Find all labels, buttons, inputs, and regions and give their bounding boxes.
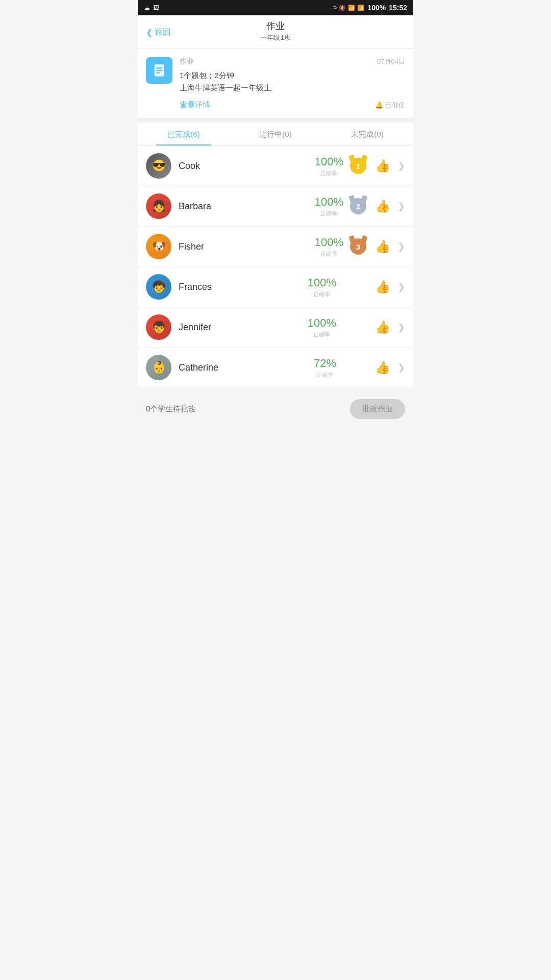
student-name: Fisher bbox=[179, 241, 315, 252]
student-name: Jennifer bbox=[179, 322, 308, 333]
assignment-label: 作业 bbox=[180, 57, 194, 66]
student-list: 😎 Cook 100% 正确率 1 👍 ❯ 👧 Barbara 100% 正确率… bbox=[138, 146, 413, 388]
table-row[interactable]: 🧒 Frances 100% 正确率 👍 ❯ bbox=[138, 267, 413, 307]
mute-icon: 🔇 bbox=[339, 5, 346, 11]
page-subtitle: 一年级1班 bbox=[146, 33, 405, 42]
bell-icon: 🔔 bbox=[375, 101, 383, 109]
score-value: 100% bbox=[315, 236, 343, 249]
remind-button[interactable]: 🔔 已催促 bbox=[375, 101, 405, 110]
time-label: 15:52 bbox=[389, 4, 407, 12]
score-label: 正确率 bbox=[308, 331, 336, 338]
like-button[interactable]: 👍 bbox=[375, 239, 390, 254]
chevron-left-icon: ❮ bbox=[146, 27, 153, 37]
back-label: 返回 bbox=[155, 27, 171, 37]
chevron-right-icon: ❯ bbox=[397, 201, 405, 212]
avatar: 😎 bbox=[146, 153, 171, 179]
chevron-right-icon: ❯ bbox=[397, 241, 405, 252]
chevron-right-icon: ❯ bbox=[397, 160, 405, 172]
assignment-footer: 查看详情 🔔 已催促 bbox=[180, 100, 405, 110]
table-row[interactable]: 😎 Cook 100% 正确率 1 👍 ❯ bbox=[138, 146, 413, 186]
student-name: Barbara bbox=[179, 201, 315, 212]
score-value: 100% bbox=[308, 276, 336, 289]
page-title: 作业 bbox=[146, 20, 405, 32]
student-name: Cook bbox=[179, 161, 315, 172]
signal-icon: 📶 bbox=[357, 5, 364, 11]
signal-icons: ⊃ 🔇 📶 📶 bbox=[332, 5, 364, 11]
image-icon: 🖼 bbox=[153, 4, 159, 11]
tab-bar: 已完成(6) 进行中(0) 未完成(0) bbox=[138, 122, 413, 146]
tab-completed[interactable]: 已完成(6) bbox=[138, 122, 230, 145]
view-detail-button[interactable]: 查看详情 bbox=[180, 100, 210, 110]
bluetooth-icon: ⊃ bbox=[332, 5, 337, 11]
assignment-date: 07月04日 bbox=[377, 57, 405, 66]
score-label: 正确率 bbox=[315, 250, 343, 258]
table-row[interactable]: 🐶 Fisher 100% 正确率 3 👍 ❯ bbox=[138, 227, 413, 267]
avatar: 🧒 bbox=[146, 274, 171, 300]
student-name: Frances bbox=[179, 282, 308, 292]
avatar: 👦 bbox=[146, 314, 171, 340]
assignment-card: 作业 07月04日 1个题包；2分钟 上海牛津英语一起一年级上 查看详情 🔔 已… bbox=[138, 49, 413, 118]
medal-bronze-icon: 3 bbox=[348, 236, 368, 257]
assignment-icon bbox=[146, 57, 172, 84]
table-row[interactable]: 👦 Jennifer 100% 正确率 👍 ❯ bbox=[138, 307, 413, 348]
table-row[interactable]: 👧 Barbara 100% 正确率 2 👍 ❯ bbox=[138, 186, 413, 227]
score-block: 100% 正确率 bbox=[315, 195, 343, 217]
medal-silver-icon: 2 bbox=[348, 195, 368, 217]
like-button[interactable]: 👍 bbox=[375, 360, 390, 375]
like-button[interactable]: 👍 bbox=[375, 159, 390, 173]
status-bar: ☁ 🖼 ⊃ 🔇 📶 📶 100% 15:52 bbox=[138, 0, 413, 15]
like-button[interactable]: 👍 bbox=[375, 320, 390, 334]
score-block: 72% 正确率 bbox=[314, 357, 336, 379]
score-value: 100% bbox=[308, 316, 336, 330]
assignment-info: 作业 07月04日 1个题包；2分钟 上海牛津英语一起一年级上 查看详情 🔔 已… bbox=[180, 57, 405, 110]
student-name: Catherine bbox=[179, 362, 314, 373]
wifi-icon: 📶 bbox=[348, 5, 355, 11]
score-value: 72% bbox=[314, 357, 336, 370]
score-label: 正确率 bbox=[315, 210, 343, 217]
section-divider bbox=[138, 118, 413, 122]
score-label: 正确率 bbox=[315, 169, 343, 177]
assignment-desc2: 上海牛津英语一起一年级上 bbox=[180, 82, 405, 94]
avatar: 👶 bbox=[146, 355, 171, 380]
avatar: 👧 bbox=[146, 193, 171, 219]
chevron-right-icon: ❯ bbox=[397, 362, 405, 373]
document-icon bbox=[152, 63, 166, 78]
medal-gold-icon: 1 bbox=[348, 155, 368, 177]
assignment-desc1: 1个题包；2分钟 bbox=[180, 69, 405, 82]
grade-button[interactable]: 批改作业 bbox=[350, 399, 405, 419]
tab-not-completed[interactable]: 未完成(0) bbox=[321, 122, 413, 145]
score-value: 100% bbox=[315, 155, 343, 168]
status-right-info: ⊃ 🔇 📶 📶 100% 15:52 bbox=[332, 4, 407, 12]
score-block: 100% 正确率 bbox=[308, 276, 336, 298]
like-button[interactable]: 👍 bbox=[375, 199, 390, 213]
score-block: 100% 正确率 bbox=[315, 155, 343, 177]
status-left-icons: ☁ 🖼 bbox=[144, 4, 159, 11]
like-button[interactable]: 👍 bbox=[375, 280, 390, 294]
header: ❮ 返回 作业 一年级1班 bbox=[138, 15, 413, 49]
avatar: 🐶 bbox=[146, 234, 171, 259]
score-value: 100% bbox=[315, 195, 343, 209]
tab-in-progress[interactable]: 进行中(0) bbox=[230, 122, 321, 145]
chevron-right-icon: ❯ bbox=[397, 281, 405, 292]
score-label: 正确率 bbox=[314, 371, 336, 379]
score-block: 100% 正确率 bbox=[315, 236, 343, 258]
battery-label: 100% bbox=[367, 4, 386, 12]
back-button[interactable]: ❮ 返回 bbox=[146, 27, 171, 37]
score-label: 正确率 bbox=[308, 290, 336, 298]
pending-label: 0个学生待批改 bbox=[146, 404, 196, 414]
chevron-right-icon: ❯ bbox=[397, 322, 405, 333]
bottom-bar: 0个学生待批改 批改作业 bbox=[138, 392, 413, 426]
score-block: 100% 正确率 bbox=[308, 316, 336, 338]
remind-label: 已催促 bbox=[385, 101, 405, 110]
table-row[interactable]: 👶 Catherine 72% 正确率 👍 ❯ bbox=[138, 348, 413, 388]
cloud-icon: ☁ bbox=[144, 4, 150, 11]
